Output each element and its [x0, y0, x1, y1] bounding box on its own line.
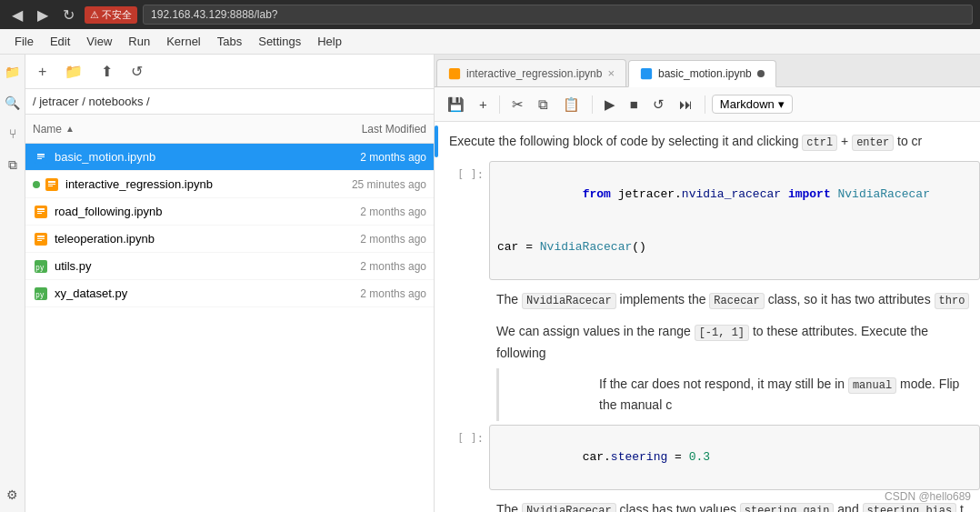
address-bar[interactable]: 192.168.43.129:8888/lab?: [143, 5, 973, 25]
toolbar-separator-3: [705, 95, 705, 114]
refresh-button[interactable]: ↻: [58, 5, 79, 25]
paste-button[interactable]: 📋: [557, 94, 585, 115]
inline-code-steering-bias: steering_bias: [863, 503, 957, 512]
refresh-files-button[interactable]: ↺: [125, 60, 148, 83]
nb-content: Execute the following block of code by s…: [435, 122, 980, 512]
num-03: 0.3: [689, 450, 710, 464]
file-item-road-following[interactable]: road_following.ipynb 2 months ago: [25, 198, 434, 226]
file-item-basic-motion[interactable]: basic_motion.ipynb 2 months ago: [25, 144, 434, 171]
menu-tabs[interactable]: Tabs: [210, 32, 249, 51]
sidebar-git-icon[interactable]: ⑂: [3, 124, 23, 144]
code-cell-1[interactable]: [ ]: from jetracer.nvidia_racecar import…: [435, 161, 980, 280]
notebook-panel: interactive_regression.ipynb × basic_mot…: [435, 55, 980, 512]
cell-gutter-1: [ ]:: [435, 161, 489, 280]
file-time-road-following: 2 months ago: [308, 206, 426, 218]
cut-button[interactable]: ✂: [506, 94, 529, 115]
fast-forward-button[interactable]: ⏭: [674, 94, 698, 115]
run-button[interactable]: ▶: [599, 94, 621, 115]
svg-text:py: py: [35, 291, 45, 299]
menu-help[interactable]: Help: [310, 32, 349, 51]
breadcrumb: / jetracer / notebooks /: [25, 89, 434, 115]
svg-rect-10: [37, 211, 45, 212]
col-modified-label: Last Modified: [308, 123, 426, 136]
kernel-label: Markdown: [720, 97, 775, 111]
tab-basic-motion[interactable]: basic_motion.ipynb: [628, 60, 776, 87]
sort-name-button[interactable]: Name ▲: [33, 123, 308, 136]
cls-nvidia-racecar: NvidiaRacecar: [838, 187, 930, 201]
sidebar-icons: 📁 🔍 ⑂ ⧉ ⚙: [0, 55, 25, 512]
file-name-interactive-regression: interactive_regression.ipynb: [65, 177, 308, 191]
menu-kernel[interactable]: Kernel: [159, 32, 208, 51]
svg-rect-15: [37, 240, 42, 241]
cell-input-1[interactable]: from jetracer.nvidia_racecar import Nvid…: [489, 161, 980, 280]
svg-text:py: py: [35, 264, 45, 272]
cell-input-steering[interactable]: car.steering = 0.3: [489, 425, 980, 491]
code-cell-steering[interactable]: [ ]: car.steering = 0.3: [435, 425, 980, 491]
text-cell-1: Execute the following block of code by s…: [435, 125, 980, 157]
file-item-interactive-regression[interactable]: interactive_regression.ipynb 25 minutes …: [25, 171, 434, 198]
file-name-utils: utils.py: [55, 259, 308, 273]
tab-close-interactive-regression[interactable]: ×: [607, 66, 615, 80]
svg-rect-5: [48, 181, 55, 183]
restart-button[interactable]: ↺: [647, 94, 670, 115]
svg-rect-14: [37, 238, 45, 239]
file-time-teleoperation: 2 months ago: [308, 233, 426, 246]
forward-button[interactable]: ▶: [33, 5, 53, 25]
add-cell-button[interactable]: +: [474, 94, 493, 115]
copy-button[interactable]: ⧉: [533, 94, 554, 115]
save-button[interactable]: 💾: [442, 94, 470, 115]
svg-rect-2: [37, 156, 45, 157]
sidebar-extensions-icon[interactable]: ⧉: [3, 155, 23, 175]
new-launcher-button[interactable]: +: [33, 61, 52, 83]
unsaved-indicator: [757, 70, 765, 77]
svg-rect-13: [37, 236, 45, 237]
text-cell-indent: If the car does not respond, it may stil…: [496, 368, 973, 421]
menu-file[interactable]: File: [7, 32, 41, 51]
sidebar-settings-icon[interactable]: ⚙: [3, 485, 23, 505]
file-icon-teleoperation: [33, 231, 49, 247]
inline-code-nvidiararacer: NvidiaRacecar: [522, 293, 616, 309]
back-button[interactable]: ◀: [7, 5, 27, 25]
file-item-teleoperation[interactable]: teleoperation.ipynb 2 months ago: [25, 226, 434, 253]
file-time-interactive-regression: 25 minutes ago: [308, 178, 426, 191]
sidebar-files-icon[interactable]: 📁: [3, 62, 23, 82]
svg-rect-1: [37, 154, 45, 156]
kernel-selector[interactable]: Markdown ▾: [712, 95, 793, 114]
cell-body-1: from jetracer.nvidia_racecar import Nvid…: [489, 161, 980, 280]
file-item-xy-dataset[interactable]: py xy_dataset.py 2 months ago: [25, 280, 434, 307]
file-list-header: Name ▲ Last Modified: [25, 115, 434, 144]
menu-view[interactable]: View: [79, 32, 119, 51]
file-name-road-following: road_following.ipynb: [55, 205, 308, 218]
menu-bar: File Edit View Run Kernel Tabs Settings …: [0, 29, 980, 55]
file-item-utils[interactable]: py utils.py 2 months ago: [25, 253, 434, 280]
menu-edit[interactable]: Edit: [43, 32, 77, 51]
file-toolbar: + 📁 ⬆ ↺: [25, 55, 434, 89]
file-time-xy-dataset: 2 months ago: [308, 287, 426, 300]
svg-rect-7: [48, 186, 53, 186]
tab-label-basic-motion: basic_motion.ipynb: [658, 67, 752, 80]
menu-run[interactable]: Run: [121, 32, 157, 51]
tab-interactive-regression[interactable]: interactive_regression.ipynb ×: [436, 59, 626, 86]
inline-code-ctrl: ctrl: [802, 135, 837, 151]
svg-rect-20: [449, 67, 460, 78]
inline-code-racecar: Racecar: [709, 293, 764, 309]
cell-gutter-steering: [ ]:: [435, 425, 489, 491]
sidebar-search-icon[interactable]: 🔍: [3, 93, 23, 113]
toolbar-separator-2: [592, 95, 593, 114]
var-car: car: [497, 240, 518, 254]
upload-button[interactable]: ⬆: [95, 60, 118, 83]
stop-button[interactable]: ■: [625, 94, 644, 115]
svg-rect-3: [37, 158, 42, 159]
breadcrumb-text: / jetracer / notebooks /: [33, 95, 150, 108]
cls-nvidia-racecar-2: NvidiaRacecar: [540, 240, 632, 254]
file-name-teleoperation: teleoperation.ipynb: [55, 232, 308, 246]
toolbar-separator-1: [499, 95, 500, 114]
file-list: basic_motion.ipynb 2 months ago interact…: [25, 144, 434, 512]
prop-steering: steering: [611, 450, 667, 464]
prop-nvidia-racecar: nvidia_racecar: [682, 187, 781, 201]
var-car-steering: car: [583, 450, 604, 464]
new-folder-button[interactable]: 📁: [59, 60, 88, 83]
svg-rect-6: [48, 184, 55, 185]
menu-settings[interactable]: Settings: [251, 32, 308, 51]
file-icon-utils: py: [33, 258, 49, 275]
